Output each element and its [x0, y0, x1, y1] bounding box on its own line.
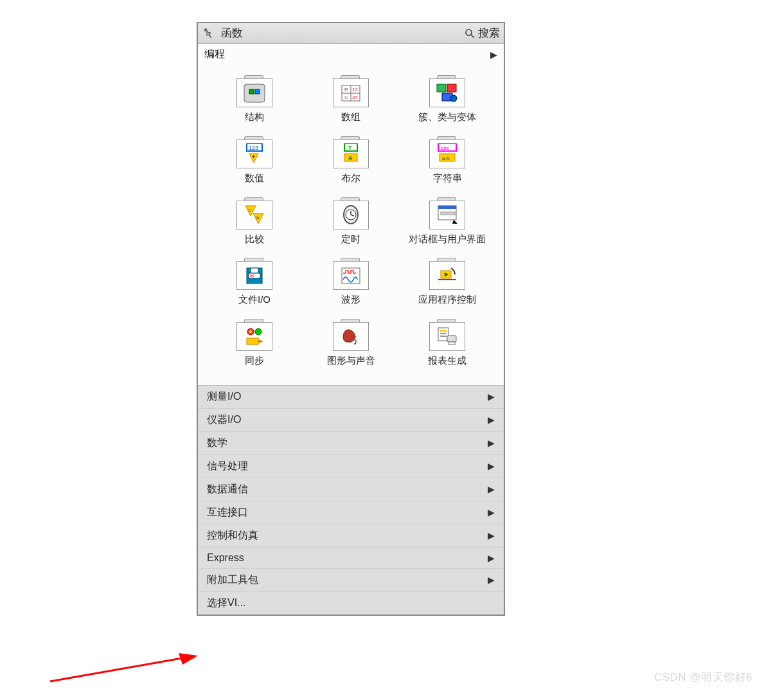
svg-rect-57	[440, 336, 447, 337]
palette-item-graphics[interactable]: ♪图形与声音	[312, 319, 389, 367]
palette-item-numeric[interactable]: 123+数值	[216, 136, 293, 184]
palette-item-label: 对话框与用户界面	[409, 233, 486, 246]
svg-rect-42	[251, 268, 258, 273]
timing-icon	[333, 197, 369, 229]
chevron-right-icon: ▶	[488, 553, 495, 563]
search-button[interactable]: 搜索	[464, 26, 500, 40]
palette-item-label: 数组	[341, 111, 360, 123]
palette-title: 函数	[221, 26, 464, 40]
menu-item-label: 数学	[207, 436, 227, 450]
menu-item-5[interactable]: 互连接口▶	[198, 501, 504, 525]
palette-item-label: 字符串	[433, 172, 462, 184]
chevron-right-icon: ▶	[488, 530, 495, 541]
palette-item-timing[interactable]: 定时	[312, 197, 389, 246]
cluster-icon	[429, 75, 465, 107]
svg-rect-2	[244, 84, 265, 102]
svg-text:A: A	[348, 155, 353, 161]
svg-point-50	[255, 328, 262, 335]
palette-item-label: 数值	[245, 172, 264, 184]
menu-item-label: 仪器I/O	[207, 413, 241, 427]
palette-item-boolean[interactable]: TA布尔	[312, 136, 389, 184]
svg-text:R: R	[344, 87, 348, 93]
menu-item-8[interactable]: 附加工具包▶	[198, 569, 504, 592]
sync-icon	[236, 319, 272, 351]
svg-text:12: 12	[352, 87, 358, 93]
menu-item-6[interactable]: 控制和仿真▶	[198, 525, 504, 548]
menu-item-label: 选择VI...	[207, 597, 245, 610]
svg-rect-51	[247, 338, 258, 345]
svg-marker-61	[179, 653, 198, 665]
palette-grid: 结构R12C34数组簇、类与变体123+数值TA布尔abca A字符串=>比较定…	[198, 64, 504, 385]
dialog-icon	[429, 197, 465, 229]
palette-item-label: 图形与声音	[327, 355, 375, 367]
svg-line-1	[471, 35, 474, 38]
palette-item-sync[interactable]: 同步	[216, 319, 293, 367]
menu-item-3[interactable]: 信号处理▶	[198, 455, 504, 478]
chevron-right-icon: ▶	[488, 484, 495, 494]
menu-item-label: 附加工具包	[207, 573, 258, 587]
search-icon	[464, 28, 475, 39]
svg-point-0	[466, 30, 472, 35]
palette-item-string[interactable]: abca A字符串	[409, 136, 486, 184]
menu-item-1[interactable]: 仪器I/O▶	[198, 409, 504, 432]
compare-icon: =>	[236, 197, 272, 229]
svg-rect-55	[440, 330, 447, 332]
menu-item-label: 控制和仿真	[207, 529, 258, 543]
menu-item-label: Express	[207, 552, 244, 564]
menu-item-label: 信号处理	[207, 460, 248, 473]
svg-text:♪: ♪	[353, 336, 358, 346]
palette-item-label: 波形	[341, 294, 360, 306]
svg-text:=: =	[248, 207, 251, 213]
chevron-right-icon: ▶	[488, 461, 495, 471]
palette-item-fileio[interactable]: 文件I/O	[216, 258, 293, 306]
palette-item-label: 簇、类与变体	[418, 111, 476, 123]
menu-item-label: 互连接口	[207, 506, 248, 519]
svg-point-49	[249, 330, 252, 333]
boolean-icon: TA	[333, 136, 369, 168]
palette-item-report[interactable]: 报表生成	[409, 319, 486, 367]
palette-item-appctrl[interactable]: 应用程序控制	[409, 258, 486, 306]
chevron-right-icon: ▶	[488, 438, 495, 448]
menu-item-0[interactable]: 测量I/O▶	[198, 386, 504, 409]
fileio-icon	[236, 258, 272, 290]
svg-text:123: 123	[249, 145, 258, 151]
category-programming[interactable]: 编程 ▶	[198, 44, 504, 64]
palette-item-label: 布尔	[341, 172, 360, 184]
svg-marker-40	[452, 220, 458, 224]
waveform-icon	[333, 258, 369, 290]
svg-rect-39	[449, 212, 455, 215]
menu-item-2[interactable]: 数学▶	[198, 432, 504, 455]
palette-item-label: 报表生成	[428, 355, 466, 367]
numeric-icon: 123+	[236, 136, 272, 168]
palette-item-dialog[interactable]: 对话框与用户界面	[409, 197, 486, 246]
menu-item-7[interactable]: Express▶	[198, 548, 504, 569]
svg-rect-56	[440, 333, 447, 334]
appctrl-icon	[429, 258, 465, 290]
svg-rect-58	[447, 336, 456, 342]
pin-icon[interactable]	[202, 27, 215, 40]
palette-item-label: 定时	[341, 233, 360, 246]
palette-item-structure[interactable]: 结构	[216, 75, 293, 123]
svg-rect-37	[438, 206, 456, 209]
menu-item-9[interactable]: 选择VI...	[198, 592, 504, 615]
svg-marker-52	[258, 339, 263, 343]
palette-item-cluster[interactable]: 簇、类与变体	[409, 75, 486, 123]
palette-item-compare[interactable]: =>比较	[216, 197, 293, 246]
svg-rect-4	[255, 89, 260, 94]
svg-text:abc: abc	[441, 145, 449, 151]
palette-item-label: 同步	[245, 355, 264, 367]
chevron-right-icon: ▶	[488, 507, 495, 517]
svg-point-15	[450, 95, 457, 102]
palette-item-array[interactable]: R12C34数组	[312, 75, 389, 123]
functions-palette: 函数 搜索 编程 ▶ 结构R12C34数组簇、类与变体123+数值TA布尔abc…	[197, 22, 505, 616]
svg-line-60	[50, 658, 182, 681]
palette-item-waveform[interactable]: 波形	[312, 258, 389, 306]
palette-item-label: 结构	[245, 111, 264, 123]
chevron-right-icon: ▶	[488, 391, 495, 402]
menu-item-4[interactable]: 数据通信▶	[198, 478, 504, 501]
palette-item-label: 文件I/O	[238, 294, 271, 306]
svg-rect-12	[437, 84, 446, 92]
svg-rect-38	[441, 212, 447, 215]
annotation-arrow-icon	[50, 648, 204, 687]
graphics-icon: ♪	[333, 319, 369, 351]
